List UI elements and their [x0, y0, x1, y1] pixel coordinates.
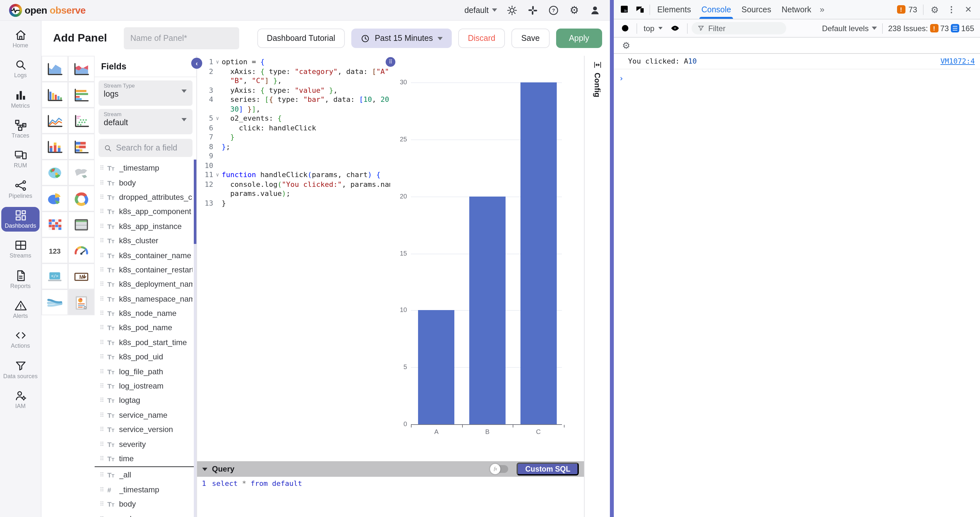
issues-summary[interactable]: 238 Issues: ! 73 165 [888, 24, 974, 33]
field-item[interactable]: ⠿TTlog_file_path [95, 364, 196, 379]
field-item[interactable]: ⠿TTlogtag [95, 393, 196, 408]
console-filter-input[interactable]: Filter [691, 22, 786, 34]
field-item[interactable]: ⠿TTservice_name [95, 408, 196, 422]
chart-type-donut[interactable] [68, 185, 95, 211]
chart-bar-B[interactable] [469, 196, 506, 424]
fold-chevron-icon[interactable]: ∨ [213, 58, 222, 67]
config-tab[interactable]: Config [593, 60, 602, 97]
console-prompt[interactable]: › [614, 69, 980, 88]
field-item[interactable]: ⠿TTservice_version [95, 422, 196, 437]
custom-sql-button[interactable]: Custom SQL [517, 463, 579, 476]
field-item[interactable]: ⠿TTk8s_node_name [95, 306, 196, 321]
drag-handle-icon[interactable]: ⠿ [100, 238, 104, 244]
sidebar-item-home[interactable]: Home [1, 27, 40, 51]
field-item[interactable]: ⠿TTlog_iostream [95, 379, 196, 393]
devtools-menu-icon[interactable]: ⋮ [944, 2, 959, 16]
chart-type-html[interactable]: </> [41, 263, 68, 289]
organization-select[interactable]: default [465, 5, 497, 14]
chart-bar-C[interactable] [520, 82, 557, 424]
drag-handle-icon[interactable]: ⠿ [100, 165, 104, 171]
drag-handle-icon[interactable]: ⠿ [100, 441, 104, 447]
live-expression-eye-icon[interactable] [667, 21, 683, 35]
field-list-scrollbar-thumb[interactable] [194, 160, 196, 244]
field-item[interactable]: ⠿TT_all [95, 468, 196, 482]
devtools-tab-console[interactable]: Console [696, 0, 736, 19]
chart-type-table[interactable] [68, 211, 95, 238]
field-item[interactable]: ⠿TTk8s_deployment_name [95, 277, 196, 292]
drag-handle-icon[interactable]: ⠿ [100, 455, 104, 462]
chart-type-gauge[interactable] [68, 238, 95, 263]
chart-type-heatmap[interactable] [41, 211, 68, 238]
openobserve-logo[interactable]: open observe [9, 3, 86, 16]
dashboard-tutorial-button[interactable]: Dashboard Tutorial [257, 29, 345, 48]
save-button[interactable]: Save [511, 29, 549, 48]
stream-type-select[interactable]: Stream Type logs [99, 80, 192, 106]
drag-handle-icon[interactable]: ⠿ [100, 426, 104, 432]
chart-type-area[interactable] [41, 56, 68, 82]
chart-type-line[interactable] [41, 108, 68, 134]
sql-editor[interactable]: 1 select * from default [197, 477, 584, 517]
log-levels-select[interactable]: Default levels [822, 24, 877, 33]
time-range-button[interactable]: Past 15 Minutes [351, 29, 452, 48]
chart-type-area-stacked[interactable] [68, 56, 95, 82]
custom-chart-code-editor[interactable]: 1∨option = {2 xAxis: { type: "category",… [197, 56, 390, 461]
apply-button[interactable]: Apply [556, 29, 602, 48]
chart-type-h-stacked-bar[interactable] [68, 134, 95, 160]
drag-handle-icon[interactable]: ⠿ [100, 325, 104, 331]
drag-handle-icon[interactable]: ⠿ [100, 368, 104, 375]
custom-sql-toggle[interactable]: fx [493, 465, 509, 473]
splitter-drag-handle-icon[interactable]: ⠿ [386, 57, 395, 67]
drag-handle-icon[interactable]: ⠿ [100, 472, 104, 479]
field-item[interactable]: ⠿TTbody [95, 176, 196, 190]
settings-gear-icon[interactable]: ⚙ [568, 4, 580, 16]
chart-type-custom-chart[interactable] [68, 289, 95, 315]
devtools-tab-sources[interactable]: Sources [736, 0, 776, 19]
fold-chevron-icon[interactable]: ∨ [213, 171, 222, 180]
drag-handle-icon[interactable]: ⠿ [100, 310, 104, 316]
field-item[interactable]: ⠿TTk8s_app_component [95, 204, 196, 219]
sidebar-item-reports[interactable]: Reports [1, 267, 40, 292]
field-item[interactable]: ⠿TTk8s_container_name [95, 248, 196, 263]
sidebar-item-pipelines[interactable]: Pipelines [1, 177, 40, 202]
chart-type-scatter[interactable] [68, 108, 95, 134]
sidebar-item-metrics[interactable]: Metrics [1, 86, 40, 112]
field-search-input[interactable]: Search for a field [99, 139, 192, 157]
collapse-query-icon[interactable] [202, 468, 207, 471]
slack-icon[interactable] [527, 4, 539, 16]
field-item[interactable]: ⠿TTk8s_app_instance [95, 219, 196, 233]
drag-handle-icon[interactable]: ⠿ [100, 515, 104, 517]
drag-handle-icon[interactable]: ⠿ [100, 209, 104, 215]
devtools-close-icon[interactable]: ✕ [961, 2, 976, 16]
field-item[interactable]: ⠿TTk8s_cluster [95, 233, 196, 248]
issues-error-badge-icon[interactable]: ! [897, 5, 905, 14]
drag-handle-icon[interactable]: ⠿ [100, 339, 104, 346]
clear-console-icon[interactable] [617, 21, 633, 35]
discard-button[interactable]: Discard [458, 29, 505, 48]
fold-chevron-icon[interactable]: ∨ [213, 114, 222, 124]
drag-handle-icon[interactable]: ⠿ [100, 179, 104, 186]
field-item[interactable]: ⠿TTdropped_attributes_count [95, 190, 196, 205]
sidebar-item-datasources[interactable]: Data sources [1, 357, 40, 382]
issues-error-count[interactable]: 73 [908, 5, 917, 14]
drag-handle-icon[interactable]: ⠿ [100, 295, 104, 302]
field-item[interactable]: ⠿#code [95, 512, 196, 517]
field-item[interactable]: ⠿TTk8s_pod_name [95, 321, 196, 335]
sidebar-item-rum[interactable]: RUM [1, 147, 40, 172]
sidebar-item-actions[interactable]: Actions [1, 327, 40, 352]
drag-handle-icon[interactable]: ⠿ [100, 487, 104, 493]
chart-bar-A[interactable] [418, 310, 455, 424]
chart-type-markdown[interactable]: M [68, 263, 95, 289]
console-settings-icon[interactable]: ⚙ [618, 38, 634, 53]
sidebar-item-alerts[interactable]: Alerts [1, 297, 40, 322]
chart-type-stacked-bar[interactable] [41, 134, 68, 160]
devtools-resize-divider[interactable] [610, 0, 614, 517]
chart-type-pie[interactable] [41, 185, 68, 211]
chart-type-h-bar[interactable] [68, 82, 95, 108]
drag-handle-icon[interactable]: ⠿ [100, 223, 104, 230]
field-item[interactable]: ⠿TT_timestamp [95, 161, 196, 176]
field-item[interactable]: ⠿#_timestamp [95, 482, 196, 497]
field-item[interactable]: ⠿TTk8s_namespace_name [95, 292, 196, 306]
more-tabs-icon[interactable]: » [816, 5, 827, 14]
drag-handle-icon[interactable]: ⠿ [100, 266, 104, 273]
drag-handle-icon[interactable]: ⠿ [100, 383, 104, 389]
